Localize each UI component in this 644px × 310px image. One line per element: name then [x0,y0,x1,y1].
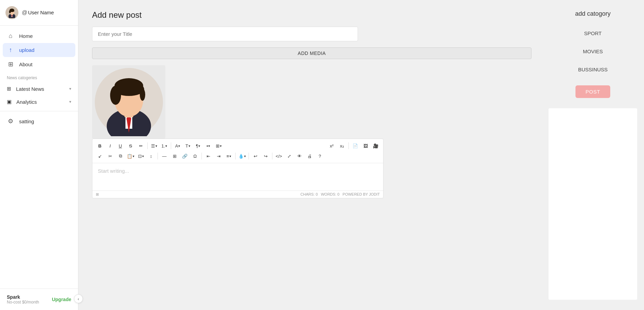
media-preview [92,65,165,139]
sidebar-item-latest-news[interactable]: ⊞ Latest News ▾ [0,82,78,95]
toolbar-link[interactable]: 🔗 [180,151,190,161]
editor-body[interactable]: Start writing... [92,163,383,191]
toolbar-subscript[interactable]: x₂ [337,141,347,151]
plan-row: Spark No-cost $0/month Upgrade [7,294,71,305]
toolbar-superscript[interactable]: x² [327,141,336,151]
toolbar-preview[interactable]: 👁 [295,151,304,161]
monitor-icon: ▣ [7,99,12,105]
nav-label-settings: satting [19,118,34,124]
chars-count: CHARS: 0 [300,192,318,196]
toolbar-sep-7 [249,153,249,159]
toolbar-bullet-list[interactable]: ☰ ▾ [149,141,159,151]
toolbar-undo[interactable]: ↩ [251,151,260,161]
toolbar-code-view[interactable]: </> [274,151,284,161]
add-media-button[interactable]: ADD MEDIA [92,47,531,59]
username-text: User Name [28,10,54,15]
toolbar-fullscreen[interactable]: ⤢ [284,151,294,161]
user-profile[interactable]: @User Name [0,0,78,26]
sidebar: @User Name ⌂ Home ↑ upload ⊞ About News … [0,0,78,310]
nav-label-home: Home [19,33,33,39]
cat-label-analytics: Analytics [16,99,37,105]
grid-icon: ⊞ [7,60,14,68]
words-count: WORDS: 0 [321,192,339,196]
table-icon: ⊞ [7,86,11,92]
toolbar-select-all[interactable]: ⊡ ▾ [136,151,146,161]
toolbar-cut[interactable]: ✂ [105,151,115,161]
toolbar-sep-1 [147,142,148,149]
white-content-box [549,108,637,300]
page-title: Add new post [92,10,531,20]
toolbar-sep-5 [201,153,202,159]
chevron-down-icon-analytics: ▾ [69,99,71,104]
toolbar-font-size[interactable]: T ▾ [183,141,193,151]
toolbar-format-clear[interactable]: ↕ [146,151,156,161]
right-panel: add catogory SPORT MOVIES BUSSINUSS POST [542,0,644,310]
toolbar-sep-8 [272,153,272,159]
chevron-down-icon: ▾ [69,86,71,91]
collapse-sidebar-button[interactable]: ‹ [74,294,83,303]
toolbar-file[interactable]: 📄 [350,141,360,151]
toolbar-sep-6 [235,153,236,159]
toolbar-sep-2 [171,142,171,149]
toolbar-image[interactable]: 🖼 [361,141,370,151]
post-button[interactable]: POST [575,85,611,98]
username-display: @User Name [22,10,54,16]
toolbar-eraser[interactable]: ↙ [95,151,105,161]
toolbar-indent-left[interactable]: ⇤ [204,151,213,161]
nav-label-upload: upload [19,47,34,53]
editor-resize-handle[interactable]: ⊞ [96,192,99,197]
toolbar-sep-4 [158,153,158,159]
toolbar-numbered-list[interactable]: 1. ▾ [160,141,169,151]
main-content: Add new post ADD MEDIA [78,0,542,310]
nav-divider [0,111,78,111]
toolbar-print[interactable]: 🖨 [305,151,314,161]
category-business[interactable]: BUSSINUSS [549,64,637,75]
powered-by: POWERED BY JODIT [343,192,380,196]
sidebar-item-about[interactable]: ⊞ About [0,57,78,71]
sidebar-item-settings[interactable]: ⚙ satting [0,114,78,128]
avatar [5,6,18,19]
category-movies[interactable]: MOVIES [549,46,637,57]
category-sport[interactable]: SPORT [549,28,637,39]
toolbar-video[interactable]: 🎥 [371,141,380,151]
toolbar-table[interactable]: ⊞ ▾ [214,141,223,151]
toolbar-indent-right[interactable]: ⇥ [214,151,223,161]
add-category-title: add catogory [549,10,637,17]
toolbar-symbol[interactable]: Ω [190,151,200,161]
editor-toolbar: B I U S ✏ ☰ ▾ 1. ▾ A ▾ T ▾ ¶ ▾ ▪ ▾ ⊞ ▾ x… [92,139,383,163]
editor-placeholder: Start writing... [98,168,129,174]
sidebar-item-analytics[interactable]: ▣ Analytics ▾ [0,95,78,108]
toolbar-help[interactable]: ? [315,151,325,161]
toolbar-paragraph[interactable]: ¶ ▾ [193,141,203,151]
toolbar-bold[interactable]: B [95,141,105,151]
upgrade-button[interactable]: Upgrade [52,297,71,302]
toolbar-underline[interactable]: U [116,141,125,151]
editor-stats: CHARS: 0 WORDS: 0 POWERED BY JODIT [300,192,380,197]
toolbar-italic[interactable]: I [105,141,115,151]
toolbar-redo[interactable]: ↪ [261,151,270,161]
toolbar-paste[interactable]: 📋 ▾ [126,151,135,161]
nav-label-about: About [19,61,32,67]
editor-container: B I U S ✏ ☰ ▾ 1. ▾ A ▾ T ▾ ¶ ▾ ▪ ▾ ⊞ ▾ x… [92,139,384,198]
toolbar-table-insert[interactable]: ⊞ [170,151,179,161]
gear-icon: ⚙ [7,117,14,125]
toolbar-align[interactable]: ≡ ▾ [224,151,234,161]
sidebar-item-upload[interactable]: ↑ upload [3,43,75,57]
toolbar-font-color[interactable]: A ▾ [173,141,182,151]
sidebar-navigation: ⌂ Home ↑ upload ⊞ About News catogeries … [0,26,78,288]
toolbar-highlight[interactable]: 💧 ▾ [237,151,247,161]
toolbar-brush[interactable]: ✏ [136,141,146,151]
toolbar-hr[interactable]: — [160,151,169,161]
sidebar-item-home[interactable]: ⌂ Home [0,29,78,43]
svg-point-8 [9,10,11,13]
svg-point-18 [140,88,145,101]
at-sign: @ [22,10,27,15]
svg-point-17 [110,86,121,105]
news-categories-label: News catogeries [0,71,78,82]
toolbar-strikethrough[interactable]: S [126,141,135,151]
toolbar-sep-3 [348,142,349,149]
upload-icon: ↑ [7,46,14,54]
toolbar-block[interactable]: ▪ ▾ [204,141,213,151]
toolbar-copy[interactable]: ⧉ [116,151,125,161]
title-input[interactable] [92,27,358,41]
